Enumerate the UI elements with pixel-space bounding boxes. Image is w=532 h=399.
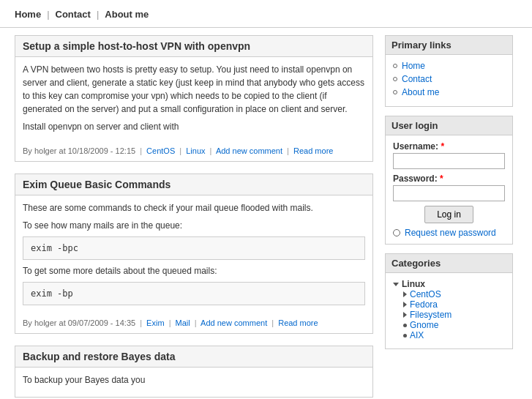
article-vpn-para1: A VPN between two hosts is pretty easy t… [23,63,365,116]
sidebar-categories-content: Linux CentOS Fedora Filesystem [386,273,512,348]
primary-link-contact-label[interactable]: Contact [402,74,432,84]
category-linux: Linux CentOS Fedora Filesystem [393,279,505,340]
bullet-aix [403,334,407,338]
sidebar: Primary links Home Contact About me User… [385,35,513,399]
article-vpn-read-more[interactable]: Read more [293,146,333,155]
primary-link-about[interactable]: About me [393,87,505,97]
article-vpn-body: A VPN between two hosts is pretty easy t… [15,57,372,143]
article-vpn-title: Setup a simple host-to-host VPN with ope… [15,36,372,57]
article-exim-code1: exim -bpc [23,236,365,260]
sidebar-user-login-content: Username: * Password: * Log in Request n… [386,135,512,244]
article-vpn: Setup a simple host-to-host VPN with ope… [15,35,373,162]
category-filesystem[interactable]: Filesystem [403,310,505,320]
nav-item-home[interactable]: Home [15,7,47,21]
triangle-right-fedora-icon [403,302,407,307]
sidebar-user-login-title: User login [386,116,512,135]
primary-link-home[interactable]: Home [393,61,505,71]
bullet-about [393,90,397,94]
article-exim-tag-mail[interactable]: Mail [176,318,190,327]
article-exim-para2: To see how many mails are in the queue: [23,219,365,232]
article-bayes-body: To backup your Bayes data you [15,368,372,397]
request-password-link[interactable]: Request new password [405,228,496,238]
exim-sep4: | [271,318,274,327]
sidebar-primary-links-title: Primary links [386,36,512,55]
article-vpn-tag-centos[interactable]: CentOS [146,146,175,155]
meta-sep3: | [210,146,212,155]
triangle-right-centos-icon [403,291,407,297]
exim-sep3: | [195,318,197,327]
category-fedora[interactable]: Fedora [403,299,505,310]
main-content: Setup a simple host-to-host VPN with ope… [15,35,373,399]
article-vpn-add-comment[interactable]: Add new comment [216,146,282,155]
article-vpn-para2: Install openvpn on server and client wit… [23,120,365,133]
article-exim-read-more[interactable]: Read more [278,318,318,327]
content-wrapper: Setup a simple host-to-host VPN with ope… [0,28,532,399]
article-exim-meta: By holger at 09/07/2009 - 14:35 | Exim |… [15,316,372,333]
article-exim-add-comment[interactable]: Add new comment [201,318,267,327]
bullet-gnome [403,324,407,327]
sidebar-primary-links-content: Home Contact About me [386,55,512,106]
sidebar-categories: Categories Linux CentOS Fedora [385,253,513,349]
password-required: * [440,174,443,184]
article-vpn-meta: By holger at 10/18/2009 - 12:15 | CentOS… [15,143,372,161]
meta-sep1: | [140,146,142,155]
article-exim: Exim Queue Basic Commands These are some… [15,174,373,334]
primary-link-contact[interactable]: Contact [393,74,505,84]
exim-sep1: | [140,318,142,327]
article-exim-byline: By holger at 09/07/2009 - 14:35 [23,318,135,327]
username-required: * [441,141,444,152]
article-bayes-para1: To backup your Bayes data you [23,373,365,387]
category-centos-link[interactable]: CentOS [410,289,441,299]
article-vpn-tag-linux[interactable]: Linux [186,146,205,155]
triangle-down-icon [393,283,399,286]
nav-item-contact[interactable]: Contact [50,7,97,21]
article-vpn-byline: By holger at 10/18/2009 - 12:15 [23,146,135,155]
radio-request-pw [393,229,400,236]
meta-sep4: | [287,146,289,155]
sidebar-primary-links: Primary links Home Contact About me [385,35,513,107]
category-aix-link[interactable]: AIX [410,330,424,340]
nav-item-about[interactable]: About me [99,7,154,21]
category-aix: AIX [403,330,505,340]
password-input[interactable] [393,185,505,201]
primary-link-home-label[interactable]: Home [402,61,425,71]
login-button[interactable]: Log in [424,206,473,223]
category-gnome: Gnome [403,320,505,330]
category-filesystem-link[interactable]: Filesystem [410,310,452,320]
article-bayes: Backup and restore Bayes data To backup … [15,346,373,398]
password-label: Password: * [393,174,505,184]
article-exim-body: These are some commands to check if your… [15,195,372,316]
article-exim-para1: These are some commands to check if your… [23,201,365,215]
username-input[interactable] [393,153,505,169]
category-gnome-link[interactable]: Gnome [410,320,438,330]
article-exim-code2: exim -bp [23,282,365,305]
article-exim-para3: To get some more details about the queue… [23,264,365,277]
article-exim-title: Exim Queue Basic Commands [15,174,372,195]
article-bayes-title: Backup and restore Bayes data [15,346,372,368]
header: Home | Contact | About me [0,0,532,28]
bullet-home [393,64,397,68]
category-fedora-link[interactable]: Fedora [410,299,438,310]
category-linux-label[interactable]: Linux [402,279,425,289]
username-label: Username: * [393,141,505,152]
request-password-container: Request new password [393,228,505,238]
nav: Home | Contact | About me [15,7,517,21]
exim-sep2: | [169,318,171,327]
article-exim-tag-exim[interactable]: Exim [146,318,164,327]
sidebar-user-login: User login Username: * Password: * Log i… [385,116,513,245]
meta-sep2: | [179,146,181,155]
category-centos[interactable]: CentOS [403,289,505,299]
triangle-right-filesystem-icon [403,312,407,318]
sidebar-categories-title: Categories [386,254,512,273]
bullet-contact [393,77,397,81]
category-linux-parent[interactable]: Linux [393,279,505,289]
primary-link-about-label[interactable]: About me [402,87,439,97]
